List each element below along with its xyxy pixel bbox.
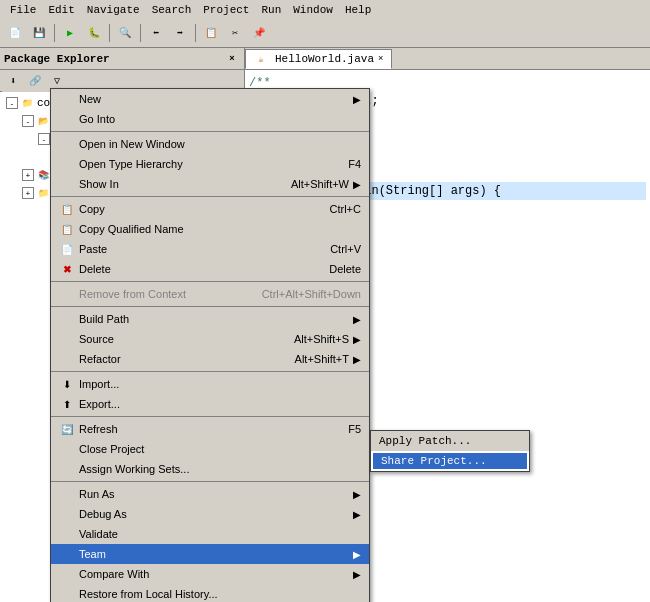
menu-item-team[interactable]: Team ▶ bbox=[51, 544, 369, 564]
menu-item-copy[interactable]: 📋 Copy Ctrl+C bbox=[51, 199, 369, 219]
comparewith-label: Compare With bbox=[79, 568, 149, 580]
menu-separator-6 bbox=[51, 416, 369, 417]
toolbar-btn-5[interactable]: 📌 bbox=[248, 22, 270, 44]
panel-close-btn[interactable]: × bbox=[224, 51, 240, 67]
menu-item-new[interactable]: New ▶ bbox=[51, 89, 369, 109]
toolbar-btn-2[interactable]: ➡ bbox=[169, 22, 191, 44]
import-label: Import... bbox=[79, 378, 119, 390]
run-btn[interactable]: ▶ bbox=[59, 22, 81, 44]
project-icon: 📁 bbox=[20, 96, 34, 110]
menu-item-refactor[interactable]: Refactor Alt+Shift+T ▶ bbox=[51, 349, 369, 369]
refactor-icon bbox=[59, 351, 75, 367]
submenu-item-shareproject[interactable]: Share Project... bbox=[371, 451, 529, 471]
editor-tabs: ☕ HelloWorld.java × bbox=[245, 48, 650, 70]
menu-item-runas[interactable]: Run As ▶ bbox=[51, 484, 369, 504]
source-icon bbox=[59, 331, 75, 347]
source-label: Source bbox=[79, 333, 114, 345]
refresh-icon: 🔄 bbox=[59, 421, 75, 437]
tab-helloworld[interactable]: ☕ HelloWorld.java × bbox=[245, 49, 392, 69]
menu-project[interactable]: Project bbox=[197, 3, 255, 17]
search-btn[interactable]: 🔍 bbox=[114, 22, 136, 44]
menu-item-gointo[interactable]: Go Into bbox=[51, 109, 369, 129]
link-editor-btn[interactable]: 🔗 bbox=[24, 70, 46, 92]
menu-item-export[interactable]: ⬆ Export... bbox=[51, 394, 369, 414]
source-shortcut: Alt+Shift+S bbox=[294, 333, 349, 345]
menu-item-comparewith[interactable]: Compare With ▶ bbox=[51, 564, 369, 584]
submenu: Apply Patch... Share Project... bbox=[370, 430, 530, 472]
import-icon: ⬇ bbox=[59, 376, 75, 392]
expand-icon: + bbox=[22, 169, 34, 181]
menu-item-validate[interactable]: Validate bbox=[51, 524, 369, 544]
removectx-label: Remove from Context bbox=[79, 288, 186, 300]
restorefromlocal-label: Restore from Local History... bbox=[79, 588, 218, 600]
main-area: Package Explorer × ⬇ 🔗 ▽ - 📁 com.test - … bbox=[0, 48, 650, 602]
assignworkingsets-icon bbox=[59, 461, 75, 477]
menu-item-paste[interactable]: 📄 Paste Ctrl+V bbox=[51, 239, 369, 259]
toolbar-btn-3[interactable]: 📋 bbox=[200, 22, 222, 44]
team-label: Team bbox=[79, 548, 106, 560]
collapse-all-btn[interactable]: ⬇ bbox=[2, 70, 24, 92]
menu-item-refresh[interactable]: 🔄 Refresh F5 bbox=[51, 419, 369, 439]
toolbar-btn-4[interactable]: ✂ bbox=[224, 22, 246, 44]
menu-item-copyqualified[interactable]: 📋 Copy Qualified Name bbox=[51, 219, 369, 239]
menu-item-closeproject[interactable]: Close Project bbox=[51, 439, 369, 459]
menu-bar: File Edit Navigate Search Project Run Wi… bbox=[0, 0, 650, 20]
debugas-icon bbox=[59, 506, 75, 522]
assignworkingsets-label: Assign Working Sets... bbox=[79, 463, 189, 475]
export-icon: ⬆ bbox=[59, 396, 75, 412]
tab-close-btn[interactable]: × bbox=[378, 54, 383, 64]
shareproject-label: Share Project... bbox=[381, 455, 487, 467]
openhierarchy-shortcut: F4 bbox=[348, 158, 361, 170]
debugas-arrow: ▶ bbox=[353, 509, 361, 520]
menu-separator-7 bbox=[51, 481, 369, 482]
tab-icon: ☕ bbox=[254, 52, 268, 66]
submenu-item-applypatch[interactable]: Apply Patch... bbox=[371, 431, 529, 451]
menu-item-restorefromlocal[interactable]: Restore from Local History... bbox=[51, 584, 369, 602]
toolbar-area: File Edit Navigate Search Project Run Wi… bbox=[0, 0, 650, 48]
closeproject-icon bbox=[59, 441, 75, 457]
new-icon bbox=[59, 91, 75, 107]
gointo-icon bbox=[59, 111, 75, 127]
menu-search[interactable]: Search bbox=[146, 3, 198, 17]
menu-item-openwindow[interactable]: Open in New Window bbox=[51, 134, 369, 154]
expand-icon: - bbox=[6, 97, 18, 109]
menu-help[interactable]: Help bbox=[339, 3, 377, 17]
menu-item-import[interactable]: ⬇ Import... bbox=[51, 374, 369, 394]
menu-item-showin[interactable]: Show In Alt+Shift+W ▶ bbox=[51, 174, 369, 194]
save-btn[interactable]: 💾 bbox=[28, 22, 50, 44]
expand-icon: + bbox=[22, 187, 34, 199]
menu-item-removefromctx[interactable]: Remove from Context Ctrl+Alt+Shift+Down bbox=[51, 284, 369, 304]
paste-shortcut: Ctrl+V bbox=[330, 243, 361, 255]
runas-label: Run As bbox=[79, 488, 114, 500]
new-label: New bbox=[79, 93, 101, 105]
package-explorer-title: Package Explorer bbox=[4, 53, 224, 65]
paste-label: Paste bbox=[79, 243, 107, 255]
showin-shortcut: Alt+Shift+W bbox=[291, 178, 349, 190]
menu-window[interactable]: Window bbox=[287, 3, 339, 17]
delete-label: Delete bbox=[79, 263, 111, 275]
test-icon: 📁 bbox=[36, 186, 50, 200]
showin-label: Show In bbox=[79, 178, 119, 190]
runas-icon bbox=[59, 486, 75, 502]
menu-item-openhierarchy[interactable]: Open Type Hierarchy F4 bbox=[51, 154, 369, 174]
menu-run[interactable]: Run bbox=[255, 3, 287, 17]
expand-icon: - bbox=[38, 133, 50, 145]
menu-file[interactable]: File bbox=[4, 3, 42, 17]
menu-item-buildpath[interactable]: Build Path ▶ bbox=[51, 309, 369, 329]
menu-item-source[interactable]: Source Alt+Shift+S ▶ bbox=[51, 329, 369, 349]
copy-shortcut: Ctrl+C bbox=[330, 203, 361, 215]
menu-navigate[interactable]: Navigate bbox=[81, 3, 146, 17]
openwindow-label: Open in New Window bbox=[79, 138, 185, 150]
menu-edit[interactable]: Edit bbox=[42, 3, 80, 17]
menu-item-assignworkingsets[interactable]: Assign Working Sets... bbox=[51, 459, 369, 479]
openhierarchy-icon bbox=[59, 156, 75, 172]
toolbar-btn-1[interactable]: ⬅ bbox=[145, 22, 167, 44]
debug-btn[interactable]: 🐛 bbox=[83, 22, 105, 44]
menu-separator-1 bbox=[51, 131, 369, 132]
menu-item-delete[interactable]: ✖ Delete Delete bbox=[51, 259, 369, 279]
removectx-icon bbox=[59, 286, 75, 302]
new-file-btn[interactable]: 📄 bbox=[4, 22, 26, 44]
copyqualified-label: Copy Qualified Name bbox=[79, 223, 184, 235]
menu-item-debugas[interactable]: Debug As ▶ bbox=[51, 504, 369, 524]
team-arrow: ▶ bbox=[353, 549, 361, 560]
